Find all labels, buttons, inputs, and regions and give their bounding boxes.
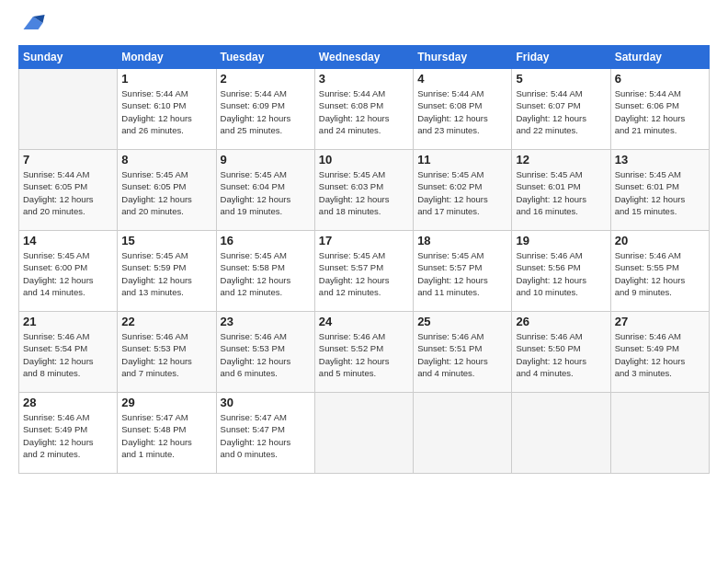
page-header (18, 14, 710, 36)
calendar-cell: 11Sunrise: 5:45 AM Sunset: 6:02 PM Dayli… (414, 150, 512, 231)
calendar-cell: 15Sunrise: 5:45 AM Sunset: 5:59 PM Dayli… (118, 231, 216, 312)
calendar-cell: 18Sunrise: 5:45 AM Sunset: 5:57 PM Dayli… (414, 231, 512, 312)
day-info: Sunrise: 5:44 AM Sunset: 6:08 PM Dayligh… (319, 87, 409, 136)
day-number: 10 (319, 153, 409, 167)
calendar-cell: 23Sunrise: 5:46 AM Sunset: 5:53 PM Dayli… (216, 312, 314, 393)
calendar-cell: 24Sunrise: 5:46 AM Sunset: 5:52 PM Dayli… (314, 312, 413, 393)
day-info: Sunrise: 5:46 AM Sunset: 5:52 PM Dayligh… (319, 330, 409, 379)
day-info: Sunrise: 5:44 AM Sunset: 6:10 PM Dayligh… (121, 87, 211, 136)
day-number: 21 (23, 315, 113, 328)
day-number: 12 (516, 153, 606, 167)
calendar-cell: 12Sunrise: 5:45 AM Sunset: 6:01 PM Dayli… (512, 150, 610, 231)
day-number: 4 (417, 72, 507, 86)
day-number: 16 (221, 234, 311, 247)
day-info: Sunrise: 5:45 AM Sunset: 6:01 PM Dayligh… (615, 168, 705, 217)
day-info: Sunrise: 5:44 AM Sunset: 6:06 PM Dayligh… (615, 87, 705, 136)
calendar-cell: 4Sunrise: 5:44 AM Sunset: 6:08 PM Daylig… (414, 69, 512, 150)
day-number: 18 (417, 234, 507, 247)
day-info: Sunrise: 5:46 AM Sunset: 5:53 PM Dayligh… (121, 330, 211, 379)
logo-icon (20, 10, 46, 36)
calendar-cell (512, 393, 610, 474)
calendar-cell: 20Sunrise: 5:46 AM Sunset: 5:55 PM Dayli… (610, 231, 709, 312)
calendar-cell: 3Sunrise: 5:44 AM Sunset: 6:08 PM Daylig… (314, 69, 413, 150)
day-number: 30 (221, 396, 311, 409)
calendar-cell (414, 393, 512, 474)
day-info: Sunrise: 5:47 AM Sunset: 5:48 PM Dayligh… (121, 411, 211, 460)
page-container: SundayMondayTuesdayWednesdayThursdayFrid… (0, 0, 728, 563)
day-number: 1 (121, 72, 211, 86)
calendar-cell: 8Sunrise: 5:45 AM Sunset: 6:05 PM Daylig… (118, 150, 216, 231)
calendar-cell (610, 393, 709, 474)
day-info: Sunrise: 5:45 AM Sunset: 6:00 PM Dayligh… (23, 249, 113, 298)
calendar-cell: 19Sunrise: 5:46 AM Sunset: 5:56 PM Dayli… (512, 231, 610, 312)
day-info: Sunrise: 5:46 AM Sunset: 5:50 PM Dayligh… (516, 330, 606, 379)
day-number: 22 (121, 315, 211, 328)
weekday-header-row: SundayMondayTuesdayWednesdayThursdayFrid… (19, 46, 710, 69)
day-number: 27 (615, 315, 705, 328)
calendar-week-5: 28Sunrise: 5:46 AM Sunset: 5:49 PM Dayli… (19, 393, 710, 474)
day-info: Sunrise: 5:46 AM Sunset: 5:49 PM Dayligh… (615, 330, 705, 379)
day-number: 3 (319, 72, 409, 86)
calendar-cell (19, 69, 118, 150)
weekday-header-monday: Monday (118, 46, 216, 69)
calendar-cell: 22Sunrise: 5:46 AM Sunset: 5:53 PM Dayli… (118, 312, 216, 393)
calendar-cell: 26Sunrise: 5:46 AM Sunset: 5:50 PM Dayli… (512, 312, 610, 393)
day-number: 15 (121, 234, 211, 247)
day-number: 2 (221, 72, 311, 86)
day-number: 28 (23, 396, 113, 409)
weekday-header-wednesday: Wednesday (314, 46, 413, 69)
calendar-cell: 27Sunrise: 5:46 AM Sunset: 5:49 PM Dayli… (610, 312, 709, 393)
day-info: Sunrise: 5:45 AM Sunset: 6:04 PM Dayligh… (221, 168, 311, 217)
day-number: 19 (516, 234, 606, 247)
day-info: Sunrise: 5:46 AM Sunset: 5:54 PM Dayligh… (23, 330, 113, 379)
calendar-cell: 25Sunrise: 5:46 AM Sunset: 5:51 PM Dayli… (414, 312, 512, 393)
logo (18, 14, 46, 36)
calendar-cell: 14Sunrise: 5:45 AM Sunset: 6:00 PM Dayli… (19, 231, 118, 312)
day-info: Sunrise: 5:44 AM Sunset: 6:07 PM Dayligh… (516, 87, 606, 136)
weekday-header-tuesday: Tuesday (216, 46, 314, 69)
calendar-week-3: 14Sunrise: 5:45 AM Sunset: 6:00 PM Dayli… (19, 231, 710, 312)
day-info: Sunrise: 5:44 AM Sunset: 6:09 PM Dayligh… (221, 87, 311, 136)
day-info: Sunrise: 5:45 AM Sunset: 5:58 PM Dayligh… (221, 249, 311, 298)
day-number: 23 (221, 315, 311, 328)
calendar-cell: 5Sunrise: 5:44 AM Sunset: 6:07 PM Daylig… (512, 69, 610, 150)
day-number: 29 (121, 396, 211, 409)
day-info: Sunrise: 5:44 AM Sunset: 6:05 PM Dayligh… (23, 168, 113, 217)
day-info: Sunrise: 5:46 AM Sunset: 5:49 PM Dayligh… (23, 411, 113, 460)
day-info: Sunrise: 5:45 AM Sunset: 6:03 PM Dayligh… (319, 168, 409, 217)
day-info: Sunrise: 5:46 AM Sunset: 5:55 PM Dayligh… (615, 249, 705, 298)
day-number: 14 (23, 234, 113, 247)
calendar-table: SundayMondayTuesdayWednesdayThursdayFrid… (18, 45, 710, 474)
calendar-cell: 16Sunrise: 5:45 AM Sunset: 5:58 PM Dayli… (216, 231, 314, 312)
day-info: Sunrise: 5:44 AM Sunset: 6:08 PM Dayligh… (417, 87, 507, 136)
day-info: Sunrise: 5:46 AM Sunset: 5:53 PM Dayligh… (221, 330, 311, 379)
day-number: 26 (516, 315, 606, 328)
calendar-week-2: 7Sunrise: 5:44 AM Sunset: 6:05 PM Daylig… (19, 150, 710, 231)
day-number: 9 (221, 153, 311, 167)
calendar-cell: 29Sunrise: 5:47 AM Sunset: 5:48 PM Dayli… (118, 393, 216, 474)
day-info: Sunrise: 5:45 AM Sunset: 5:59 PM Dayligh… (121, 249, 211, 298)
day-info: Sunrise: 5:45 AM Sunset: 5:57 PM Dayligh… (417, 249, 507, 298)
day-number: 25 (417, 315, 507, 328)
day-info: Sunrise: 5:46 AM Sunset: 5:56 PM Dayligh… (516, 249, 606, 298)
day-number: 17 (319, 234, 409, 247)
calendar-cell: 13Sunrise: 5:45 AM Sunset: 6:01 PM Dayli… (610, 150, 709, 231)
day-number: 24 (319, 315, 409, 328)
day-info: Sunrise: 5:45 AM Sunset: 5:57 PM Dayligh… (319, 249, 409, 298)
weekday-header-thursday: Thursday (414, 46, 512, 69)
day-info: Sunrise: 5:45 AM Sunset: 6:05 PM Dayligh… (121, 168, 211, 217)
calendar-cell: 2Sunrise: 5:44 AM Sunset: 6:09 PM Daylig… (216, 69, 314, 150)
calendar-cell: 10Sunrise: 5:45 AM Sunset: 6:03 PM Dayli… (314, 150, 413, 231)
weekday-header-friday: Friday (512, 46, 610, 69)
calendar-cell: 1Sunrise: 5:44 AM Sunset: 6:10 PM Daylig… (118, 69, 216, 150)
day-number: 8 (121, 153, 211, 167)
weekday-header-sunday: Sunday (19, 46, 118, 69)
weekday-header-saturday: Saturday (610, 46, 709, 69)
day-info: Sunrise: 5:45 AM Sunset: 6:02 PM Dayligh… (417, 168, 507, 217)
calendar-week-4: 21Sunrise: 5:46 AM Sunset: 5:54 PM Dayli… (19, 312, 710, 393)
calendar-cell: 6Sunrise: 5:44 AM Sunset: 6:06 PM Daylig… (610, 69, 709, 150)
calendar-week-1: 1Sunrise: 5:44 AM Sunset: 6:10 PM Daylig… (19, 69, 710, 150)
day-number: 5 (516, 72, 606, 86)
day-number: 7 (23, 153, 113, 167)
day-number: 13 (615, 153, 705, 167)
